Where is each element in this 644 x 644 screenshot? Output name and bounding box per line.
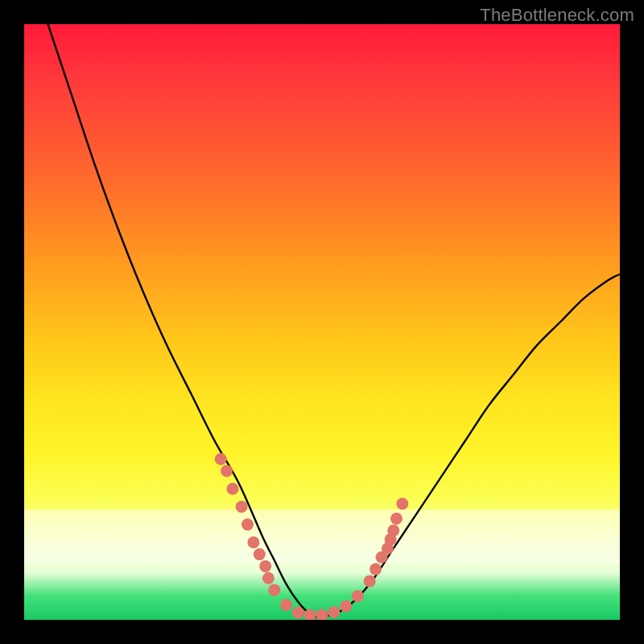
data-marker: [396, 497, 408, 510]
data-marker: [292, 607, 304, 619]
data-marker: [352, 590, 364, 602]
chart-stage: TheBottleneck.com: [0, 0, 644, 644]
data-marker: [221, 465, 233, 477]
data-marker: [215, 453, 227, 465]
data-marker: [390, 513, 402, 525]
data-marker: [247, 536, 259, 548]
data-marker: [369, 564, 382, 576]
data-marker: [280, 599, 292, 611]
chart-svg: [24, 24, 620, 620]
marker-group: [215, 453, 409, 620]
data-marker: [227, 483, 239, 495]
data-marker: [242, 518, 254, 530]
data-marker: [236, 501, 248, 513]
data-marker: [387, 525, 399, 537]
data-marker: [364, 575, 376, 587]
data-marker: [259, 560, 271, 572]
data-marker: [316, 609, 328, 620]
bottleneck-curve: [48, 24, 620, 617]
watermark-text: TheBottleneck.com: [480, 5, 634, 26]
data-marker: [340, 601, 352, 613]
data-marker: [254, 548, 266, 560]
data-marker: [262, 572, 275, 584]
plot-area: [24, 24, 620, 620]
data-marker: [268, 584, 280, 597]
data-marker: [328, 606, 340, 618]
